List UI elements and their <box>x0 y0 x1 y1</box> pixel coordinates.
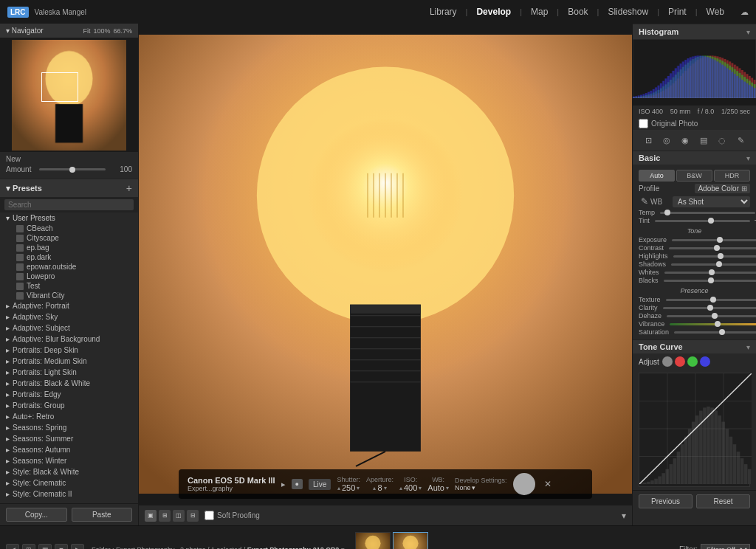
contrast-slider[interactable] <box>669 247 756 249</box>
list-item[interactable]: CBeach <box>0 224 138 233</box>
exposure-slider[interactable] <box>672 239 756 241</box>
texture-slider[interactable] <box>666 299 756 301</box>
survey-view-icon[interactable]: ⊟ <box>187 510 199 522</box>
wb-eyedrop-icon[interactable]: ✎ <box>639 196 650 207</box>
histogram-header[interactable]: Histogram <box>633 24 756 39</box>
preset-group-seasons-winter[interactable]: ▸ Seasons: Winter <box>0 455 138 466</box>
adjustment-tool[interactable]: ✎ <box>733 133 748 148</box>
basic-section-header[interactable]: Basic <box>633 151 756 165</box>
original-photo-checkbox[interactable] <box>639 119 648 128</box>
single-view-icon[interactable]: ▣ <box>145 510 157 522</box>
vibrance-slider[interactable] <box>670 323 756 325</box>
zoom-100[interactable]: 100% <box>93 27 110 35</box>
blacks-slider[interactable] <box>664 280 756 282</box>
shutter-down[interactable]: ▴ <box>337 485 340 491</box>
presets-add-button[interactable]: + <box>126 182 132 194</box>
nav-library[interactable]: Library <box>421 7 466 17</box>
filmstrip-thumb-2[interactable] <box>393 532 428 550</box>
tint-slider[interactable] <box>655 220 750 222</box>
filmstrip-options-button[interactable]: ▼ <box>55 544 68 550</box>
profile-value-selector[interactable]: Adobe Color ⊞ <box>695 184 750 193</box>
nav-book[interactable]: Book <box>559 7 597 17</box>
tab-bw[interactable]: B&W <box>676 170 712 182</box>
info-bar-close-button[interactable]: ✕ <box>544 479 551 489</box>
copy-button[interactable]: Copy... <box>6 508 67 522</box>
compare-view-icon[interactable]: ◫ <box>173 510 185 522</box>
preset-group-adaptive-sky[interactable]: ▸ Adaptive: Sky <box>0 311 138 322</box>
amount-slider[interactable] <box>39 168 106 170</box>
clarity-slider[interactable] <box>663 307 756 309</box>
bottom-expand-button[interactable]: ▾ <box>622 511 626 521</box>
wb-dropdown[interactable]: ▾ <box>446 485 449 491</box>
dehaze-slider[interactable] <box>667 315 756 317</box>
preset-group-seasons-autumn[interactable]: ▸ Seasons: Autumn <box>0 444 138 455</box>
profile-grid-icon[interactable]: ⊞ <box>741 184 747 193</box>
presets-search-input[interactable] <box>4 199 134 210</box>
list-item[interactable]: ep.dark <box>0 252 138 262</box>
user-presets-group[interactable]: ▾ User Presets <box>0 213 138 224</box>
list-item[interactable]: Test <box>0 281 138 291</box>
nav-web[interactable]: Web <box>698 7 733 17</box>
list-item[interactable]: Lowepro <box>0 272 138 281</box>
previous-button[interactable]: Previous <box>639 494 693 508</box>
presets-header[interactable]: ▾ Presets + <box>0 179 138 197</box>
tab-hdr[interactable]: HDR <box>714 170 750 182</box>
tone-curve-collapse-icon[interactable] <box>746 343 750 351</box>
live-button[interactable]: Live <box>309 479 331 490</box>
preset-group-style-cinematic2[interactable]: ▸ Style: Cinematic II <box>0 488 138 500</box>
tone-curve-header[interactable]: Tone Curve <box>633 339 756 353</box>
linear-tool[interactable]: ▤ <box>696 133 711 148</box>
reset-button[interactable]: Reset <box>696 494 750 508</box>
spot-tool[interactable]: ◎ <box>659 133 674 148</box>
list-item[interactable]: Vibrant City <box>0 291 138 300</box>
preset-group-style-bw[interactable]: ▸ Style: Black & White <box>0 466 138 477</box>
shadows-slider[interactable] <box>671 263 756 266</box>
grid-view-icon[interactable]: ⊞ <box>159 510 171 522</box>
preset-group-seasons-spring[interactable]: ▸ Seasons: Spring <box>0 422 138 433</box>
aperture-up[interactable]: ▾ <box>384 485 387 491</box>
tone-curve-graph[interactable] <box>639 373 750 487</box>
zoom-fit[interactable]: Fit <box>83 27 90 35</box>
list-item[interactable]: Cityscape <box>0 233 138 243</box>
navigator-thumbnail[interactable] <box>0 38 138 152</box>
basic-collapse-icon[interactable] <box>746 154 750 162</box>
filmstrip-forward-button[interactable]: ▶ <box>71 544 84 550</box>
nav-print[interactable]: Print <box>659 7 695 17</box>
whites-slider[interactable] <box>664 272 756 274</box>
radial-tool[interactable]: ◌ <box>715 133 729 148</box>
curve-channel-all[interactable] <box>662 356 673 367</box>
highlights-slider[interactable] <box>673 255 756 258</box>
saturation-slider[interactable] <box>674 331 756 334</box>
redeye-tool[interactable]: ◉ <box>678 133 693 148</box>
preset-group-autoplus-retro[interactable]: ▸ Auto+: Retro <box>0 411 138 422</box>
crop-tool[interactable]: ⊡ <box>641 133 656 148</box>
preset-group-portraits-edgy[interactable]: ▸ Portraits: Edgy <box>0 389 138 400</box>
iso-up[interactable]: ▾ <box>419 485 422 491</box>
preset-group-portraits-deep[interactable]: ▸ Portraits: Deep Skin <box>0 345 138 356</box>
dev-settings-dropdown[interactable]: ▾ <box>472 484 475 491</box>
filmstrip-back-button[interactable]: ◀ <box>6 544 19 550</box>
preset-group-adaptive-blur[interactable]: ▸ Adaptive: Blur Background <box>0 334 138 345</box>
preset-group-portraits-group[interactable]: ▸ Portraits: Group <box>0 400 138 411</box>
navigator-header[interactable]: ▾ Navigator Fit 100% 66.7% <box>0 24 138 38</box>
preset-group-style-cinematic[interactable]: ▸ Style: Cinematic <box>0 477 138 488</box>
filmstrip-grid-button[interactable]: ▦ <box>38 544 52 550</box>
nav-develop[interactable]: Develop <box>467 7 520 17</box>
preset-group-portraits-medium[interactable]: ▸ Portraits: Medium Skin <box>0 356 138 367</box>
zoom-current[interactable]: 66.7% <box>113 27 132 35</box>
cloud-icon[interactable]: ☁ <box>740 7 749 17</box>
nav-map[interactable]: Map <box>522 7 557 17</box>
preset-group-adaptive-subject[interactable]: ▸ Adaptive: Subject <box>0 322 138 334</box>
soft-proofing-checkbox[interactable] <box>205 511 214 520</box>
capture-button[interactable] <box>513 473 535 495</box>
list-item[interactable]: epowar.outside <box>0 262 138 272</box>
curve-channel-green[interactable] <box>687 356 698 367</box>
preset-group-adaptive-portrait[interactable]: ▸ Adaptive: Portrait <box>0 300 138 311</box>
paste-button[interactable]: Paste <box>72 508 133 522</box>
aperture-down[interactable]: ▴ <box>373 485 376 491</box>
temp-slider[interactable] <box>660 212 755 214</box>
nav-slideshow[interactable]: Slideshow <box>599 7 657 17</box>
filmstrip-thumb-1[interactable] <box>355 532 391 550</box>
preset-group-portraits-bw[interactable]: ▸ Portraits: Black & White <box>0 378 138 389</box>
preset-group-portraits-light[interactable]: ▸ Portraits: Light Skin <box>0 367 138 378</box>
